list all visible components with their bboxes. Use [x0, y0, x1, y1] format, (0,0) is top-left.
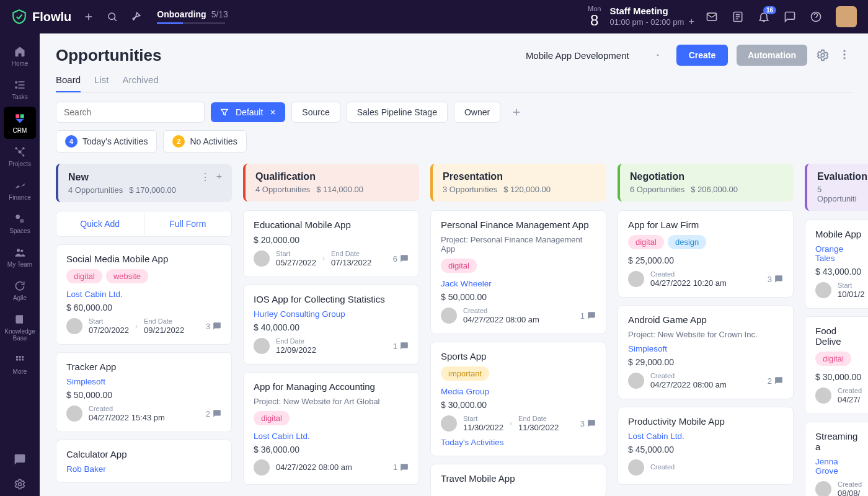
opportunity-card[interactable]: Streaming a Jenna Grove Created08/08/: [805, 422, 868, 496]
tab-list[interactable]: List: [94, 74, 108, 92]
comments-count[interactable]: 3: [580, 419, 596, 428]
calendar-add-icon[interactable]: +: [689, 16, 694, 27]
filter-owner[interactable]: Owner: [454, 102, 500, 123]
grid-icon: [13, 353, 27, 366]
mail-icon[interactable]: [706, 11, 718, 23]
help-icon[interactable]: [810, 11, 822, 23]
opportunity-card[interactable]: Educational Mobile App $ 20,000.00 Start…: [243, 210, 419, 277]
company-link[interactable]: Lost Cabin Ltd.: [66, 290, 221, 299]
sidebar-item-finance[interactable]: Finance: [4, 174, 36, 206]
comments-count[interactable]: 2: [768, 376, 783, 386]
sidebar-item-projects[interactable]: Projects: [4, 140, 36, 172]
svg-point-21: [843, 53, 845, 55]
opportunity-card[interactable]: App for Managing Accounting Project: New…: [243, 372, 419, 485]
filter-default[interactable]: Default: [211, 102, 285, 122]
sidebar-item-spaces[interactable]: Spaces: [4, 207, 36, 239]
today-activities-chip[interactable]: 4 Today's Activities: [56, 130, 157, 153]
full-form-button[interactable]: Full Form: [144, 211, 232, 236]
onboarding-widget[interactable]: Onboarding 5/13: [157, 9, 228, 24]
svg-point-22: [843, 57, 845, 59]
card-title: Streaming a: [815, 431, 862, 452]
notes-icon[interactable]: [732, 11, 744, 23]
search-input[interactable]: [56, 102, 205, 123]
column-count: 4 Opportunities: [68, 185, 123, 195]
tag: design: [668, 235, 706, 249]
comments-count[interactable]: 6: [393, 254, 409, 264]
comment-icon: [400, 342, 409, 350]
contact-link[interactable]: Jack Wheeler: [441, 279, 596, 288]
settings-icon[interactable]: [816, 48, 830, 62]
sidebar-item-kb[interactable]: Knowledge Base: [4, 308, 36, 347]
sidebar-item-home[interactable]: Home: [4, 40, 36, 72]
pipeline-select[interactable]: Mobile App Development: [520, 46, 668, 64]
company-link[interactable]: Hurley Consulting Group: [254, 309, 409, 319]
filter-default-label: Default: [236, 107, 263, 117]
calendar-widget[interactable]: Mon 8 Staff Meeting 01:00 pm - 02:00 pm …: [588, 5, 694, 29]
opportunity-card[interactable]: Personal Finance Management App Project:…: [430, 210, 606, 334]
sidebar-item-settings[interactable]: [4, 472, 36, 496]
comments-count[interactable]: 3: [206, 322, 221, 331]
comments-count[interactable]: 1: [580, 311, 596, 321]
sidebar-item-agile[interactable]: Agile: [4, 274, 36, 306]
svg-point-8: [16, 215, 20, 219]
amount: $ 60,000.00: [66, 303, 221, 312]
date-value: 04/27/2022 08:00 am: [463, 315, 539, 325]
filter-source[interactable]: Source: [291, 102, 340, 123]
today-activities-link[interactable]: Today's Activities: [441, 438, 596, 447]
company-link[interactable]: Simplesoft: [66, 377, 221, 386]
more-icon[interactable]: [838, 48, 852, 62]
pin-icon[interactable]: [130, 11, 142, 23]
add-icon[interactable]: [82, 11, 95, 23]
column-more-icon[interactable]: ⋮: [200, 171, 210, 183]
sidebar-item-team[interactable]: My Team: [4, 241, 36, 273]
opportunity-card[interactable]: Sports App important Media Group $ 30,00…: [430, 342, 606, 456]
amount: $ 43,000.00: [815, 267, 862, 277]
opportunity-card[interactable]: Food Delive digital $ 30,000.00 Created0…: [805, 316, 868, 414]
opportunity-card[interactable]: Android Game App Project: New Website fo…: [618, 305, 794, 399]
sidebar-item-tasks[interactable]: Tasks: [4, 73, 36, 105]
no-activities-chip[interactable]: 2 No Activities: [163, 130, 246, 153]
bell-icon[interactable]: 16: [758, 11, 770, 23]
sidebar-item-crm[interactable]: CRM: [4, 107, 36, 139]
company-link[interactable]: Lost Cabin Ltd.: [254, 432, 409, 441]
comments-count[interactable]: 2: [206, 409, 221, 418]
tab-board[interactable]: Board: [56, 74, 81, 92]
automation-button[interactable]: Automation: [737, 45, 807, 66]
comments-count[interactable]: 1: [393, 463, 409, 472]
search-icon[interactable]: [106, 11, 118, 23]
date-value: 04/27/: [838, 395, 862, 405]
user-avatar[interactable]: [836, 6, 857, 27]
company-link[interactable]: Simplesoft: [628, 344, 783, 353]
company-link[interactable]: Media Group: [441, 387, 596, 396]
comments-count[interactable]: 1: [393, 342, 409, 351]
date-label: End Date: [276, 337, 316, 345]
filter-stage[interactable]: Sales Pipeline Stage: [347, 102, 448, 123]
comments-count[interactable]: 3: [768, 275, 783, 284]
sidebar-item-more[interactable]: More: [4, 348, 36, 380]
column-add-icon[interactable]: +: [216, 171, 222, 183]
opportunity-card[interactable]: Tracker App Simplesoft $ 50,000.00 Creat…: [56, 352, 232, 432]
company-link[interactable]: Rob Baker: [66, 464, 221, 474]
column-presentation: Presentation 3 Opportunities$ 120,000.00…: [430, 164, 606, 496]
tab-archived[interactable]: Archived: [122, 74, 158, 92]
today-count-badge: 4: [65, 135, 78, 148]
opportunity-card[interactable]: App for Law Firm digitaldesign $ 25,000.…: [618, 210, 794, 298]
opportunity-card[interactable]: Mobile App Orange Tales $ 43,000.00 Star…: [805, 219, 868, 309]
opportunity-card[interactable]: Calculator App Rob Baker: [56, 440, 232, 483]
sidebar-item-feedback[interactable]: [4, 448, 36, 471]
tag: website: [106, 269, 148, 283]
opportunity-card[interactable]: IOS App for Collecting Statistics Hurley…: [243, 285, 419, 365]
comment-icon: [587, 311, 596, 320]
chat-icon[interactable]: [784, 11, 796, 23]
company-link[interactable]: Lost Cabin Ltd.: [628, 432, 783, 441]
opportunity-card[interactable]: Travel Mobile App: [430, 464, 606, 496]
opportunity-card[interactable]: Productivity Mobile App Lost Cabin Ltd. …: [618, 407, 794, 485]
company-link[interactable]: Jenna Grove: [815, 457, 862, 476]
quick-add-button[interactable]: Quick Add: [56, 211, 144, 236]
close-icon[interactable]: [269, 108, 277, 116]
create-button[interactable]: Create: [676, 45, 728, 66]
company-link[interactable]: Orange Tales: [815, 244, 862, 263]
logo[interactable]: Flowlu: [11, 9, 71, 25]
opportunity-card[interactable]: Social Media Mobile App digitalwebsite L…: [56, 244, 232, 345]
add-filter-icon[interactable]: [507, 102, 526, 122]
